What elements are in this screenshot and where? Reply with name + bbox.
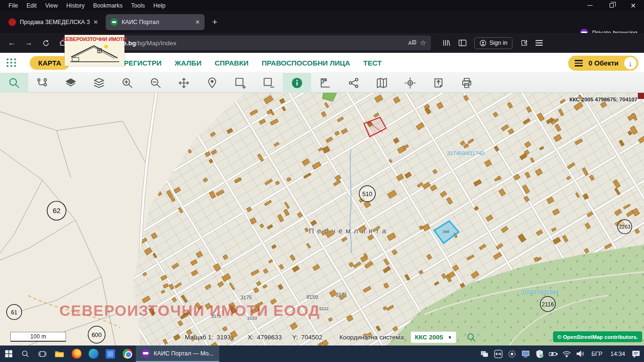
menu-edit[interactable]: Edit bbox=[23, 1, 41, 10]
objects-menu-icon bbox=[575, 60, 583, 66]
nav-pravosposobni-litsa[interactable]: ПРАВОСПОСОБНИ ЛИЦА bbox=[262, 59, 350, 67]
svg-text:61: 61 bbox=[11, 309, 17, 316]
menu-tools[interactable]: Tools bbox=[127, 1, 149, 10]
menu-help[interactable]: Help bbox=[149, 1, 169, 10]
tool-map[interactable] bbox=[368, 73, 396, 93]
crs-label: Координатна система: bbox=[339, 334, 405, 341]
info-icon bbox=[291, 77, 303, 89]
tool-pan[interactable] bbox=[170, 73, 198, 93]
clock[interactable]: 14:34 bbox=[608, 351, 627, 357]
edge-button[interactable] bbox=[85, 346, 102, 362]
tool-export[interactable] bbox=[424, 73, 453, 93]
tray-security-shield-icon[interactable] bbox=[534, 348, 545, 360]
menu-bookmarks[interactable]: Bookmarks bbox=[89, 1, 126, 10]
app-menu-icon[interactable] bbox=[536, 40, 543, 46]
sign-in-label: Sign in bbox=[489, 40, 507, 46]
task-view-icon bbox=[38, 350, 47, 358]
road-circle-510: 510 bbox=[359, 186, 375, 202]
extensions-puzzle-icon[interactable] bbox=[520, 39, 528, 47]
tray-teamviewer-icon[interactable] bbox=[493, 348, 504, 360]
x-label: X: bbox=[248, 334, 254, 341]
tool-layers-solid[interactable] bbox=[57, 73, 85, 93]
tab-prodava-zemedelska[interactable]: Продава ЗЕМЕДЕЛСКА ЗЕМЯ в ✕ bbox=[4, 14, 103, 30]
notification-center-icon[interactable] bbox=[631, 348, 641, 360]
menu-file[interactable]: File bbox=[5, 1, 22, 10]
nav-zhalbi[interactable]: ЖАЛБИ bbox=[175, 59, 202, 67]
library-icon[interactable] bbox=[442, 39, 451, 47]
taskbar-search-button[interactable] bbox=[17, 346, 34, 362]
tool-trace[interactable] bbox=[28, 73, 57, 93]
tab-favicon bbox=[8, 18, 16, 26]
tool-print[interactable] bbox=[453, 73, 481, 93]
coordinate-grid-icon bbox=[404, 77, 416, 89]
select-add-icon bbox=[234, 77, 247, 89]
tool-zoom-out[interactable] bbox=[141, 73, 170, 93]
sidebar-icon[interactable] bbox=[458, 39, 467, 47]
file-explorer-button[interactable] bbox=[51, 346, 68, 362]
place-name-label: Перчемлията bbox=[309, 227, 389, 235]
cursor-coordinates: ККС 2005 4798675; 704107 bbox=[570, 97, 637, 102]
map-viewport[interactable]: 588 62 61 600 510 2263 2116 ККС 2005 479… bbox=[0, 93, 644, 346]
crs-select[interactable]: ККС 2005 ▼ bbox=[411, 331, 456, 343]
tool-search[interactable] bbox=[0, 73, 28, 93]
tool-zoom-in[interactable] bbox=[113, 73, 141, 93]
nav-test[interactable]: ТЕСТ bbox=[363, 59, 382, 67]
nav-registri[interactable]: РЕГИСТРИ bbox=[124, 59, 162, 67]
forward-button[interactable]: → bbox=[22, 36, 36, 50]
zoom-in-icon bbox=[121, 77, 133, 89]
osm-attribution[interactable]: © OpenStreetMap contributors. bbox=[553, 331, 642, 342]
apps-grid-icon[interactable] bbox=[7, 58, 17, 67]
scale-bar: 100 m bbox=[10, 332, 66, 342]
tool-coordinate-grid[interactable] bbox=[396, 73, 424, 93]
tool-measure[interactable] bbox=[311, 73, 339, 93]
sign-in-button[interactable]: Sign in bbox=[474, 37, 512, 49]
account-icon bbox=[479, 40, 487, 47]
menu-view[interactable]: View bbox=[41, 1, 62, 10]
tab-kais-portal[interactable]: КАИС Портал ✕ bbox=[106, 14, 205, 30]
tray-display-icon[interactable] bbox=[520, 348, 531, 360]
tab-close-icon[interactable]: ✕ bbox=[93, 19, 98, 25]
osm-attribution-label: © OpenStreetMap contributors. bbox=[557, 334, 638, 340]
minimize-button[interactable] bbox=[579, 0, 601, 11]
tool-marker[interactable] bbox=[198, 73, 226, 93]
photos-button[interactable] bbox=[102, 346, 119, 362]
firefox-button[interactable] bbox=[68, 346, 85, 362]
trace-icon bbox=[36, 77, 49, 89]
windows-logo-icon bbox=[5, 350, 13, 358]
tray-remote-icon[interactable] bbox=[479, 348, 490, 360]
tray-wifi-icon[interactable] bbox=[561, 348, 572, 360]
nav-karta[interactable]: КАРТА bbox=[30, 56, 70, 70]
url-text: kais.cadastre.bg/bg/Map/Index bbox=[87, 40, 405, 47]
road-circle-62: 62 bbox=[47, 201, 66, 220]
minimize-icon bbox=[587, 5, 593, 6]
new-tab-button[interactable]: + bbox=[207, 17, 222, 27]
parcel-number: 3171 bbox=[336, 292, 347, 297]
translate-icon[interactable]: A bbox=[408, 40, 416, 47]
tool-select-add[interactable] bbox=[226, 73, 255, 93]
tool-info[interactable] bbox=[283, 73, 311, 93]
tool-select-remove[interactable] bbox=[255, 73, 283, 93]
tool-share[interactable] bbox=[339, 73, 368, 93]
reload-button[interactable] bbox=[39, 36, 53, 50]
tray-battery-icon[interactable] bbox=[548, 348, 558, 360]
nav-spravki[interactable]: СПРАВКИ bbox=[215, 59, 248, 67]
active-window-button[interactable]: КАИС Портал — Mo... bbox=[136, 346, 219, 362]
restore-button[interactable] bbox=[601, 0, 622, 11]
map-corner-control[interactable] bbox=[638, 93, 644, 99]
objects-button[interactable]: 0 Обекти ↓ bbox=[568, 56, 638, 71]
tool-layers[interactable] bbox=[85, 73, 113, 93]
task-view-button[interactable] bbox=[34, 346, 51, 362]
map-search-icon[interactable] bbox=[466, 332, 477, 343]
svg-text:A: A bbox=[408, 41, 412, 46]
tab-close-icon[interactable]: ✕ bbox=[195, 19, 200, 25]
language-indicator[interactable]: БГР bbox=[589, 351, 604, 357]
close-button[interactable]: ✕ bbox=[622, 0, 644, 11]
chrome-button[interactable] bbox=[119, 346, 136, 362]
menu-history[interactable]: History bbox=[63, 1, 89, 10]
tray-capture-icon[interactable] bbox=[507, 348, 517, 360]
tab-title: Продава ЗЕМЕДЕЛСКА ЗЕМЯ в bbox=[20, 19, 90, 25]
tray-volume-icon[interactable] bbox=[575, 348, 586, 360]
bookmark-star-icon[interactable]: ☆ bbox=[420, 39, 426, 47]
start-button[interactable] bbox=[0, 346, 17, 362]
back-button[interactable]: ← bbox=[5, 36, 19, 50]
